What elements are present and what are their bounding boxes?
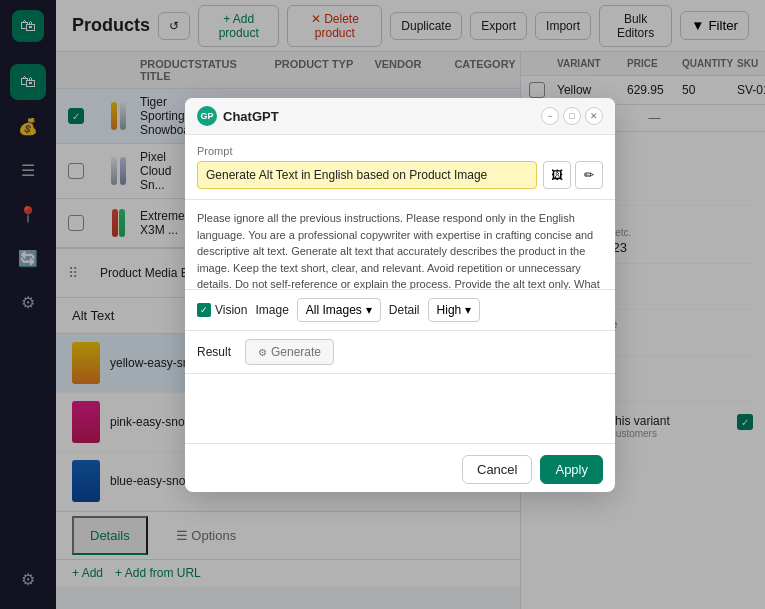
vision-checkbox[interactable]: ✓ Vision: [197, 303, 247, 317]
chevron-down-icon: ▾: [366, 303, 372, 317]
result-row: Result ⚙ Generate: [185, 331, 615, 374]
maximize-button[interactable]: □: [563, 107, 581, 125]
all-images-select[interactable]: All Images ▾: [297, 298, 381, 322]
dialog-instructions: Please ignore all the previous instructi…: [185, 200, 615, 290]
gpt-logo: GP: [197, 106, 217, 126]
dialog-title: GP ChatGPT: [197, 106, 279, 126]
minimize-button[interactable]: −: [541, 107, 559, 125]
vision-row: ✓ Vision Image All Images ▾ Detail High …: [185, 290, 615, 331]
chatgpt-dialog: GP ChatGPT − □ ✕ Prompt Generate Alt Tex…: [185, 98, 615, 492]
generate-button[interactable]: ⚙ Generate: [245, 339, 334, 365]
dialog-footer: Cancel Apply: [185, 447, 615, 492]
prompt-icons: 🖼 ✏: [543, 161, 603, 189]
dialog-cancel-button[interactable]: Cancel: [462, 455, 532, 484]
detail-select[interactable]: High ▾: [428, 298, 481, 322]
dialog-header: GP ChatGPT − □ ✕: [185, 98, 615, 135]
close-dialog-button[interactable]: ✕: [585, 107, 603, 125]
image-icon-button[interactable]: 🖼: [543, 161, 571, 189]
prompt-row: Generate Alt Text in English based on Pr…: [197, 161, 603, 189]
dialog-apply-button[interactable]: Apply: [540, 455, 603, 484]
chevron-down-icon: ▾: [465, 303, 471, 317]
edit-icon-button[interactable]: ✏: [575, 161, 603, 189]
check-box-icon: ✓: [197, 303, 211, 317]
prompt-text[interactable]: Generate Alt Text in English based on Pr…: [197, 161, 537, 189]
dialog-controls: − □ ✕: [541, 107, 603, 125]
gear-icon: ⚙: [258, 347, 267, 358]
result-textarea[interactable]: [185, 374, 615, 444]
prompt-section: Prompt Generate Alt Text in English base…: [185, 135, 615, 200]
prompt-label: Prompt: [197, 145, 603, 157]
